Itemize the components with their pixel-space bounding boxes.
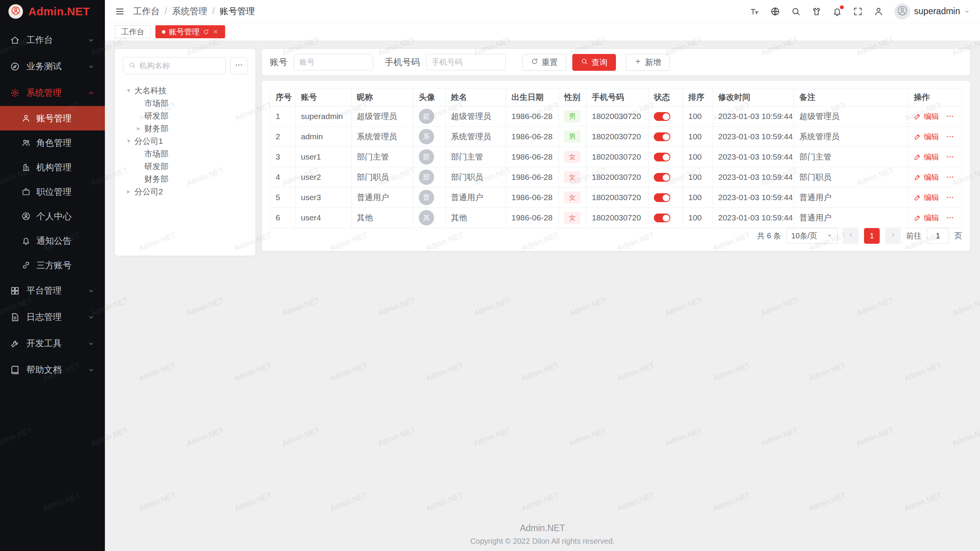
chevron-up-icon <box>87 89 95 97</box>
filter-bar: 账号 手机号码 重置 查询 新增 <box>262 49 970 75</box>
breadcrumb-item[interactable]: 系统管理 <box>172 5 207 17</box>
refresh-icon[interactable] <box>203 29 209 35</box>
chevron-down-icon <box>87 36 95 44</box>
cell-name: 其他 <box>446 208 506 228</box>
cell-ops: 编辑 <box>908 167 962 187</box>
edit-button[interactable]: 编辑 <box>914 132 939 142</box>
sidebar-item[interactable]: 系统管理 <box>0 80 105 106</box>
add-button[interactable]: 新增 <box>626 54 670 71</box>
row-more-icon[interactable] <box>946 173 954 181</box>
profile-icon[interactable] <box>874 7 884 16</box>
status-toggle[interactable] <box>654 193 670 202</box>
breadcrumb-item[interactable]: 工作台 <box>133 5 160 17</box>
edit-button[interactable]: 编辑 <box>914 111 939 122</box>
sidebar-subitem[interactable]: 角色管理 <box>0 130 105 155</box>
cell-no: 5 <box>270 187 296 208</box>
theme-icon[interactable] <box>812 7 822 16</box>
table-row: 6user4其他其其他1986-06-28女180200307201002023… <box>270 208 962 228</box>
phone-input[interactable] <box>426 54 506 70</box>
notification-icon[interactable] <box>832 7 842 16</box>
row-more-icon[interactable] <box>946 153 954 161</box>
sidebar-item[interactable]: 日志管理 <box>0 304 105 330</box>
cell-phone: 18020030720 <box>586 208 648 228</box>
row-avatar: 其 <box>419 210 434 225</box>
sidebar-subitem-label: 账号管理 <box>36 112 72 124</box>
chevron-down-icon <box>964 8 970 15</box>
font-size-icon[interactable] <box>750 7 760 16</box>
edit-button[interactable]: 编辑 <box>914 192 939 203</box>
active-tab-dot <box>162 30 165 34</box>
sidebar-subitem[interactable]: 三方账号 <box>0 253 105 277</box>
sidebar-item[interactable]: 工作台 <box>0 27 105 53</box>
table-row: 5user3普通用户普普通用户1986-06-28女18020030720100… <box>270 187 962 208</box>
cell-phone: 18020030720 <box>586 167 648 187</box>
status-toggle[interactable] <box>654 153 670 161</box>
cell-order: 100 <box>683 127 713 147</box>
sidebar-item[interactable]: 开发工具 <box>0 330 105 357</box>
close-icon[interactable] <box>212 29 219 35</box>
org-more-button[interactable] <box>230 57 247 74</box>
row-more-icon[interactable] <box>946 132 954 141</box>
tree-node[interactable]: ▸分公司2 <box>123 185 247 198</box>
table-head: 序号账号昵称头像姓名出生日期性别手机号码状态排序修改时间备注操作 <box>270 88 962 106</box>
sidebar-item[interactable]: 平台管理 <box>0 277 105 304</box>
tree-node[interactable]: 研发部 <box>123 160 247 173</box>
status-toggle[interactable] <box>654 214 670 222</box>
tree-node[interactable]: 研发部 <box>123 109 247 122</box>
breadcrumb-item[interactable]: 账号管理 <box>220 5 255 17</box>
user-menu[interactable]: superadmin <box>894 3 970 20</box>
tree-node[interactable]: ▾分公司1 <box>123 135 247 147</box>
cell-ops: 编辑 <box>908 127 962 147</box>
caret-right-icon: ▸ <box>123 187 134 196</box>
org-search-input[interactable] <box>139 61 220 70</box>
tree-node[interactable]: 财务部 <box>123 173 247 185</box>
next-page-button[interactable] <box>885 228 901 244</box>
page-size-select[interactable]: 10条/页 <box>786 228 838 244</box>
tab-item[interactable]: 账号管理 <box>155 25 225 38</box>
current-page-button[interactable]: 1 <box>864 228 880 244</box>
status-toggle[interactable] <box>654 173 670 182</box>
sidebar-item[interactable]: 帮助文档 <box>0 357 105 383</box>
edit-button[interactable]: 编辑 <box>914 172 939 183</box>
account-label: 账号 <box>270 56 287 68</box>
gender-badge: 女 <box>564 212 580 223</box>
sidebar-subitem[interactable]: 个人中心 <box>0 204 105 228</box>
chevron-down-icon <box>826 231 833 240</box>
fullscreen-icon[interactable] <box>853 7 863 16</box>
sidebar-subitem[interactable]: 职位管理 <box>0 179 105 204</box>
menu-toggle-icon[interactable] <box>115 7 125 16</box>
sidebar-subitem[interactable]: 通知公告 <box>0 228 105 253</box>
app-root: Admin.NET 工作台业务测试系统管理账号管理角色管理机构管理职位管理个人中… <box>0 0 980 551</box>
reset-button[interactable]: 重置 <box>523 54 566 71</box>
tree-node[interactable]: ▾大名科技 <box>123 84 247 97</box>
column-header: 状态 <box>648 88 683 106</box>
sidebar-item[interactable]: 业务测试 <box>0 53 105 80</box>
globe-icon[interactable] <box>770 7 780 16</box>
query-button[interactable]: 查询 <box>572 54 616 71</box>
caret-right-icon: ▸ <box>133 124 144 132</box>
cell-time: 2023-01-03 10:59:44 <box>713 106 794 127</box>
prev-page-button[interactable] <box>843 228 859 244</box>
row-more-icon[interactable] <box>946 214 954 222</box>
cell-no: 2 <box>270 127 296 147</box>
cell-gender: 女 <box>559 167 586 187</box>
edit-button[interactable]: 编辑 <box>914 213 939 223</box>
tree-node[interactable]: ▸财务部 <box>123 122 247 135</box>
edit-button[interactable]: 编辑 <box>914 152 939 162</box>
cell-nickname: 超级管理员 <box>351 106 413 127</box>
tree-node-label: 分公司1 <box>134 136 163 147</box>
status-toggle[interactable] <box>654 112 670 121</box>
tree-node[interactable]: 市场部 <box>123 97 247 109</box>
sidebar-subitem[interactable]: 账号管理 <box>0 106 105 130</box>
status-toggle[interactable] <box>654 132 670 141</box>
search-icon[interactable] <box>791 7 801 16</box>
tab-item[interactable]: 工作台 <box>115 25 151 38</box>
sidebar-subitem[interactable]: 机构管理 <box>0 155 105 179</box>
row-more-icon[interactable] <box>946 193 954 202</box>
goto-page-input[interactable] <box>927 228 949 244</box>
tree-node[interactable]: 市场部 <box>123 147 247 160</box>
row-avatar: 普 <box>419 190 434 205</box>
account-input[interactable] <box>294 54 373 70</box>
row-more-icon[interactable] <box>946 112 954 121</box>
caret-down-icon: ▾ <box>123 86 134 95</box>
